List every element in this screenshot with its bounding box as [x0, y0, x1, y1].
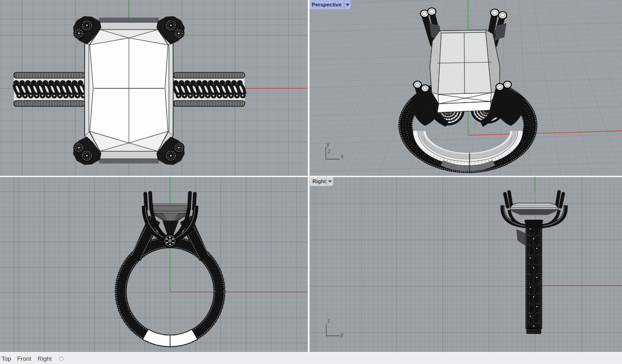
svg-text:y: y — [341, 331, 343, 338]
svg-text:y: y — [327, 141, 330, 148]
svg-text:z: z — [328, 317, 330, 324]
svg-text:z: z — [328, 148, 330, 154]
svg-text:x: x — [341, 153, 343, 160]
